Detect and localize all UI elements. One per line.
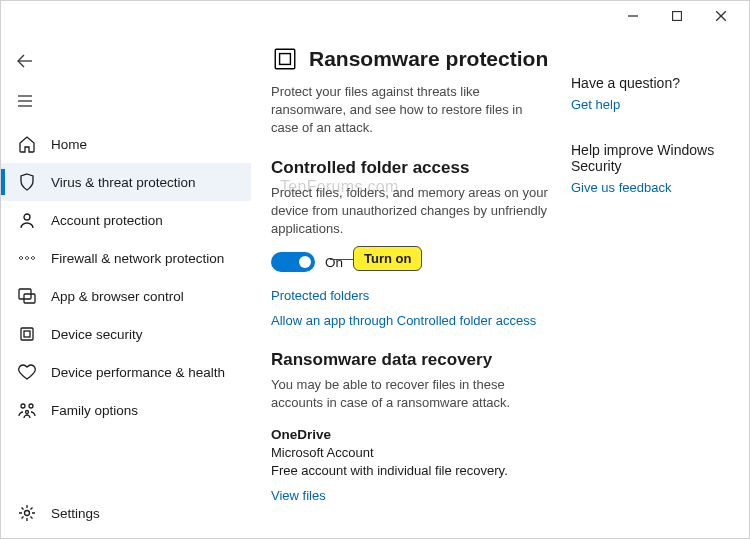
svg-rect-17 <box>275 49 295 69</box>
shield-icon <box>17 172 37 192</box>
svg-rect-11 <box>21 328 33 340</box>
body: Home Virus & threat protection Account p… <box>1 31 749 538</box>
sidebar-bottom: Settings <box>1 494 251 538</box>
heart-icon <box>17 362 37 382</box>
svg-point-13 <box>21 404 25 408</box>
cfa-toggle-row: On Turn on <box>271 252 551 272</box>
callout-turn-on: Turn on <box>353 246 422 271</box>
svg-rect-1 <box>673 12 682 21</box>
network-icon <box>17 248 37 268</box>
cfa-toggle-label: On <box>325 255 343 270</box>
sidebar-top <box>1 31 251 125</box>
account-type: Microsoft Account <box>271 444 551 462</box>
page-header: Ransomware protection <box>271 45 551 73</box>
titlebar <box>1 1 749 31</box>
aside-question-block: Have a question? Get help <box>571 75 737 112</box>
sidebar-item-label: Family options <box>51 403 138 418</box>
sidebar-item-performance[interactable]: Device performance & health <box>1 353 251 391</box>
sidebar-item-label: Virus & threat protection <box>51 175 196 190</box>
person-icon <box>17 210 37 230</box>
sidebar-item-home[interactable]: Home <box>1 125 251 163</box>
sidebar-list: Home Virus & threat protection Account p… <box>1 125 251 494</box>
page-description: Protect your files against threats like … <box>271 83 551 138</box>
question-heading: Have a question? <box>571 75 737 91</box>
svg-rect-18 <box>280 54 291 65</box>
sidebar-item-label: Device security <box>51 327 143 342</box>
account-desc: Free account with individual file recove… <box>271 462 551 480</box>
sidebar: Home Virus & threat protection Account p… <box>1 31 251 538</box>
cfa-heading: Controlled folder access <box>271 158 551 178</box>
link-allow-app[interactable]: Allow an app through Controlled folder a… <box>271 313 551 328</box>
cfa-description: Protect files, folders, and memory areas… <box>271 184 551 239</box>
sidebar-item-account[interactable]: Account protection <box>1 201 251 239</box>
page-title: Ransomware protection <box>309 47 548 71</box>
ransomware-icon <box>271 45 299 73</box>
sidebar-item-family[interactable]: Family options <box>1 391 251 429</box>
sidebar-item-settings[interactable]: Settings <box>1 494 251 532</box>
sidebar-item-label: Home <box>51 137 87 152</box>
toggle-knob <box>299 256 311 268</box>
sidebar-item-app-browser[interactable]: App & browser control <box>1 277 251 315</box>
cfa-toggle[interactable] <box>271 252 315 272</box>
sidebar-item-label: App & browser control <box>51 289 184 304</box>
gear-icon <box>17 503 37 523</box>
sidebar-item-firewall[interactable]: Firewall & network protection <box>1 239 251 277</box>
sidebar-item-label: Device performance & health <box>51 365 225 380</box>
svg-point-8 <box>24 214 30 220</box>
aside: Have a question? Get help Help improve W… <box>551 45 737 538</box>
link-get-help[interactable]: Get help <box>571 97 737 112</box>
link-view-files[interactable]: View files <box>271 488 551 503</box>
recovery-description: You may be able to recover files in thes… <box>271 376 551 412</box>
home-icon <box>17 134 37 154</box>
svg-point-16 <box>25 511 30 516</box>
svg-point-14 <box>29 404 33 408</box>
sidebar-item-label: Settings <box>51 506 100 521</box>
content: Ransomware protection Protect your files… <box>271 45 551 538</box>
sidebar-item-label: Firewall & network protection <box>51 251 224 266</box>
maximize-button[interactable] <box>655 2 699 30</box>
recovery-heading: Ransomware data recovery <box>271 350 551 370</box>
sidebar-item-label: Account protection <box>51 213 163 228</box>
app-browser-icon <box>17 286 37 306</box>
svg-point-15 <box>26 411 29 414</box>
improve-heading: Help improve Windows Security <box>571 142 737 174</box>
sidebar-item-virus[interactable]: Virus & threat protection <box>1 163 251 201</box>
svg-rect-12 <box>24 331 30 337</box>
link-protected-folders[interactable]: Protected folders <box>271 288 551 303</box>
sidebar-item-device-security[interactable]: Device security <box>1 315 251 353</box>
menu-button[interactable] <box>1 81 49 121</box>
minimize-button[interactable] <box>611 2 655 30</box>
back-button[interactable] <box>1 41 49 81</box>
aside-improve-block: Help improve Windows Security Give us fe… <box>571 142 737 195</box>
window: Home Virus & threat protection Account p… <box>0 0 750 539</box>
family-icon <box>17 400 37 420</box>
close-button[interactable] <box>699 2 743 30</box>
chip-icon <box>17 324 37 344</box>
account-name: OneDrive <box>271 427 551 442</box>
link-feedback[interactable]: Give us feedback <box>571 180 737 195</box>
main: Ransomware protection Protect your files… <box>251 31 749 538</box>
